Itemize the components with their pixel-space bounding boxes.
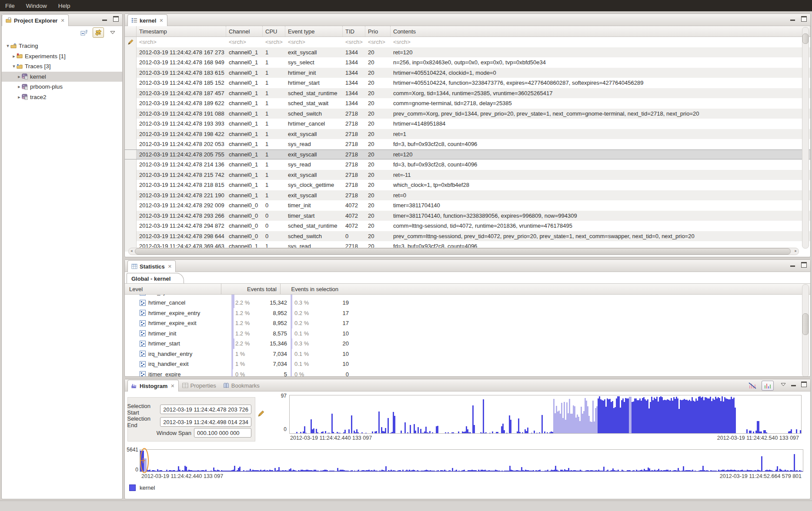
collapsed-arrow-icon[interactable]: ▸	[17, 74, 22, 80]
zoom-histogram-chart[interactable]	[289, 395, 802, 434]
column-tid[interactable]: TID	[343, 26, 365, 36]
event-row[interactable]: 2012-03-19 11:24:42.478 167 273channel0_…	[125, 47, 810, 58]
event-row[interactable]: 2012-03-19 11:24:42.478 292 009channel0_…	[125, 200, 810, 211]
statistics-row[interactable]: hrtimer_init1.2 %8,5750.1 %10	[125, 328, 810, 339]
tab-kernel[interactable]: kernel ✕	[127, 14, 167, 26]
tree-item-trace2[interactable]: ▸ trace2	[2, 92, 122, 103]
column-prio[interactable]: Prio	[365, 26, 391, 36]
event-row[interactable]: 2012-03-19 11:24:42.478 198 422channel0_…	[125, 129, 810, 139]
column-event-type[interactable]: Event type	[285, 26, 343, 36]
event-row[interactable]: 2012-03-19 11:24:42.478 218 815channel0_…	[125, 180, 810, 190]
column-timestamp[interactable]: Timestamp	[137, 26, 226, 36]
search-channel[interactable]: <srch>	[226, 39, 263, 45]
event-row[interactable]: 2012-03-19 11:24:42.478 189 622channel0_…	[125, 98, 810, 109]
edit-pencil-icon[interactable]	[258, 410, 264, 417]
statistics-row[interactable]: irq_handler_exit1 %7,0340.1 %10	[125, 359, 810, 369]
collapsed-arrow-icon[interactable]: ▸	[17, 94, 22, 100]
event-row[interactable]: 2012-03-19 11:24:42.478 185 152channel0_…	[125, 78, 810, 88]
collapse-all-button[interactable]	[79, 28, 89, 37]
statistics-row[interactable]: hrtimer_expire_entry1.2 %8,9520.2 %17	[125, 308, 810, 319]
tab-bookmarks[interactable]: Bookmarks	[220, 380, 263, 391]
expanded-arrow-icon[interactable]: ▾	[11, 63, 17, 69]
tree-item-prboom-plus[interactable]: ▸ prboom-plus	[2, 82, 122, 92]
tab-statistics[interactable]: Statistics ✕	[127, 260, 176, 272]
full-histogram-chart[interactable]	[140, 449, 803, 472]
minimize-icon[interactable]	[102, 20, 107, 21]
event-row[interactable]: 2012-03-19 11:24:42.478 168 949channel0_…	[125, 57, 810, 68]
selection-end-field[interactable]: 2012-03-19 11:24:42.498 014 234	[160, 417, 251, 427]
maximize-icon[interactable]	[801, 262, 807, 268]
hide-lost-events-button[interactable]	[747, 381, 758, 390]
event-row[interactable]: 2012-03-19 11:24:42.478 202 053channel0_…	[125, 139, 810, 149]
scroll-left-icon[interactable]: ◂	[130, 249, 133, 253]
search-cpu[interactable]: <srch>	[263, 39, 285, 45]
scroll-right-icon[interactable]: ▸	[795, 249, 797, 253]
tab-project-explorer[interactable]: Project Explorer ✕	[2, 14, 69, 26]
event-row[interactable]: 2012-03-19 11:24:42.478 205 755channel0_…	[125, 149, 810, 160]
link-with-editor-button[interactable]	[93, 27, 104, 38]
event-row[interactable]: 2012-03-19 11:24:42.478 215 742channel0_…	[125, 170, 810, 180]
events-horizontal-scrollbar[interactable]: ◂ ▸	[128, 248, 799, 255]
view-menu-button[interactable]	[107, 28, 118, 37]
statistics-title: Statistics	[140, 263, 165, 270]
subtab-global-kernel[interactable]: Global - kernel	[127, 273, 184, 284]
event-cell: 2012-03-19 11:24:42.478 293 266	[137, 212, 226, 219]
statistics-vertical-scrollbar[interactable]	[802, 284, 809, 377]
close-icon[interactable]: ✕	[170, 383, 174, 389]
column-cpu[interactable]: CPU	[263, 26, 285, 36]
statistics-row[interactable]: irq_handler_entry1 %7,0340.1 %10	[125, 349, 810, 359]
event-row[interactable]: 2012-03-19 11:24:42.478 183 615channel0_…	[125, 68, 810, 78]
view-menu-icon[interactable]	[781, 383, 786, 386]
selection-start-field[interactable]: 2012-03-19 11:24:42.478 203 726	[160, 405, 251, 414]
search-prio[interactable]: <srch>	[365, 39, 391, 45]
events-search-row[interactable]: <srch> <srch> <srch> <srch> <srch> <srch…	[125, 37, 810, 47]
minimize-icon[interactable]	[790, 20, 795, 21]
close-icon[interactable]: ✕	[159, 18, 163, 23]
tree-item-tracing[interactable]: ▾ T Tracing	[2, 41, 122, 51]
event-row[interactable]: 2012-03-19 11:24:42.478 187 457channel0_…	[125, 88, 810, 99]
menu-file[interactable]: File	[5, 3, 15, 9]
minimize-icon[interactable]	[791, 385, 796, 386]
close-icon[interactable]: ✕	[168, 264, 172, 269]
tree-item-experiments[interactable]: ▸ ✱ Experiments [1]	[2, 51, 122, 62]
column-events-total[interactable]: Events total	[221, 284, 280, 294]
minimize-icon[interactable]	[790, 265, 795, 267]
column-contents[interactable]: Contents	[391, 26, 810, 36]
maximize-icon[interactable]	[801, 16, 807, 22]
window-span-field[interactable]: 000.100 000 000	[194, 428, 251, 438]
statistics-row[interactable]: hrtimer_start2.2 %15,3460.3 %20	[125, 338, 810, 349]
column-events-in-selection[interactable]: Events in selection	[280, 284, 342, 294]
search-tid[interactable]: <srch>	[343, 39, 365, 45]
search-timestamp[interactable]: <srch>	[137, 39, 226, 45]
event-row[interactable]: 2012-03-19 11:24:42.478 191 088channel0_…	[125, 109, 810, 119]
event-row[interactable]: 2012-03-19 11:24:42.478 193 393channel0_…	[125, 119, 810, 129]
statistics-row[interactable]: itimer_expire0 %50 %0	[125, 369, 810, 377]
statistics-row[interactable]: hrtimer_cancel2.2 %15,3420.3 %19	[125, 298, 810, 308]
collapsed-arrow-icon[interactable]: ▸	[17, 84, 22, 90]
close-icon[interactable]: ✕	[60, 18, 64, 23]
column-channel[interactable]: Channel	[226, 26, 263, 36]
tab-histogram[interactable]: Histogram ✕	[127, 380, 179, 392]
event-type-icon	[140, 320, 146, 326]
show-traces-button[interactable]	[762, 381, 774, 391]
expanded-arrow-icon[interactable]: ▾	[5, 43, 10, 49]
events-vertical-scrollbar[interactable]	[802, 27, 809, 249]
maximize-icon[interactable]	[113, 16, 119, 22]
event-row[interactable]: 2012-03-19 11:24:42.478 294 872channel0_…	[125, 221, 810, 231]
search-event-type[interactable]: <srch>	[285, 39, 343, 45]
tree-item-traces[interactable]: ▾ Traces [3]	[2, 61, 122, 72]
statistics-row[interactable]: hrtimer_expire_exit1.2 %8,9520.2 %17	[125, 318, 810, 328]
collapsed-arrow-icon[interactable]: ▸	[11, 53, 17, 59]
tab-properties[interactable]: Properties	[179, 380, 220, 391]
event-row[interactable]: 2012-03-19 11:24:42.478 298 644channel0_…	[125, 231, 810, 242]
menu-window[interactable]: Window	[26, 3, 47, 9]
event-row[interactable]: 2012-03-19 11:24:42.478 293 266channel0_…	[125, 211, 810, 221]
column-level[interactable]: Level	[125, 286, 221, 292]
search-contents[interactable]: <srch>	[391, 39, 810, 45]
event-row[interactable]: 2012-03-19 11:24:42.478 214 136channel0_…	[125, 159, 810, 170]
tree-item-kernel[interactable]: ▸ kernel	[2, 72, 122, 82]
event-cell: timer_init	[285, 202, 343, 209]
event-row[interactable]: 2012-03-19 11:24:42.478 221 190channel0_…	[125, 190, 810, 201]
menu-help[interactable]: Help	[58, 3, 70, 9]
maximize-icon[interactable]	[801, 382, 807, 387]
